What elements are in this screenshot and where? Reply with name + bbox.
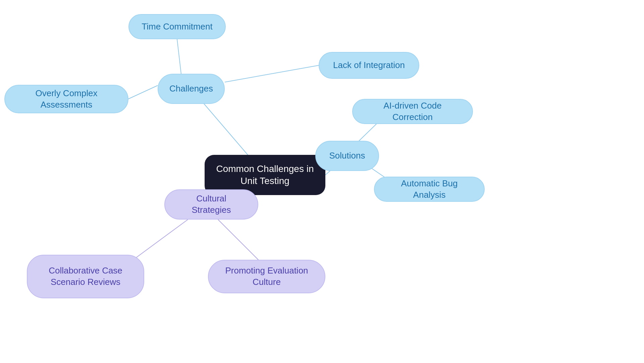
svg-line-2 — [128, 85, 158, 99]
svg-line-3 — [225, 65, 319, 82]
automatic-bug-node: Automatic Bug Analysis — [374, 177, 485, 202]
ai-driven-node: AI-driven Code Correction — [352, 99, 473, 124]
collaborative-node: Collaborative Case Scenario Reviews — [27, 255, 144, 298]
overly-complex-node: Overly Complex Assessments — [4, 85, 128, 113]
cultural-strategies-node: Cultural Strategies — [164, 189, 258, 220]
time-commitment-node: Time Commitment — [128, 14, 226, 39]
solutions-node: Solutions — [315, 141, 379, 171]
challenges-node: Challenges — [158, 74, 225, 104]
svg-line-1 — [177, 39, 181, 74]
promoting-node: Promoting Evaluation Culture — [208, 260, 325, 293]
center-node: Common Challenges in Unit Testing — [205, 155, 325, 195]
lack-integration-node: Lack of Integration — [319, 52, 419, 79]
